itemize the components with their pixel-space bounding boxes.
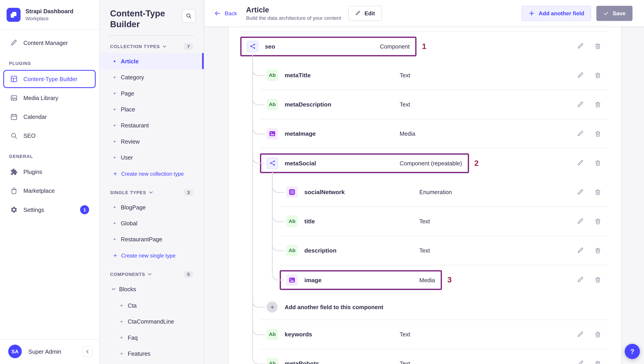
gear-icon bbox=[10, 206, 18, 214]
media-field-icon bbox=[286, 274, 298, 286]
sidebar-item-content-manager[interactable]: Content Manager bbox=[3, 34, 96, 52]
help-button[interactable]: ? bbox=[625, 344, 640, 359]
field-name: metaSocial bbox=[284, 160, 400, 166]
delete-field-button[interactable] bbox=[594, 43, 601, 50]
edit-field-button[interactable] bbox=[577, 331, 584, 338]
edit-field-button[interactable] bbox=[577, 360, 584, 364]
edit-field-button[interactable] bbox=[577, 101, 584, 108]
component-features[interactable]: Features bbox=[100, 345, 204, 361]
field-name: keywords bbox=[284, 331, 400, 337]
collection-type-review[interactable]: Review bbox=[100, 133, 204, 149]
sidebar-item-calendar[interactable]: Calendar bbox=[3, 108, 96, 126]
delete-field-button[interactable] bbox=[594, 130, 601, 137]
collection-type-page[interactable]: Page bbox=[100, 85, 204, 101]
edit-button[interactable]: Edit bbox=[348, 6, 382, 21]
bullet-icon bbox=[114, 92, 115, 94]
field-type: Text bbox=[400, 101, 410, 108]
sidebar-item-label: Content Manager bbox=[23, 40, 68, 46]
collection-types-section-toggle[interactable]: COLLECTION TYPES 7 bbox=[100, 36, 204, 53]
collection-type-user[interactable]: User bbox=[100, 149, 204, 165]
field-row-socialnetwork: socialNetwork Enumeration bbox=[229, 178, 621, 207]
settings-notification-badge: 1 bbox=[80, 205, 89, 214]
layout-icon bbox=[10, 75, 18, 83]
bullet-icon bbox=[114, 76, 115, 78]
component-icon bbox=[266, 157, 278, 169]
collection-type-restaurant[interactable]: Restaurant bbox=[100, 117, 204, 133]
single-type-blogpage[interactable]: BlogPage bbox=[100, 199, 204, 215]
workspace-name: Workplace bbox=[25, 16, 74, 22]
components-group-blocks[interactable]: Blocks bbox=[100, 281, 204, 297]
delete-field-button[interactable] bbox=[594, 71, 601, 79]
check-icon bbox=[604, 11, 609, 16]
components-section-toggle[interactable]: COMPONENTS 5 bbox=[100, 264, 204, 281]
sidebar-item-settings[interactable]: Settings 1 bbox=[3, 201, 96, 219]
user-menu[interactable]: SA Super Admin bbox=[0, 340, 99, 364]
tree-line bbox=[252, 207, 253, 236]
tree-elbow bbox=[252, 349, 265, 364]
search-button[interactable] bbox=[182, 9, 196, 23]
field-name: metaTitle bbox=[284, 72, 400, 78]
collection-type-category[interactable]: Category bbox=[100, 69, 204, 85]
sidebar-item-content-type-builder[interactable]: Content-Type Builder bbox=[3, 70, 96, 88]
field-type: Text bbox=[400, 360, 410, 364]
save-button[interactable]: Save bbox=[597, 6, 632, 21]
delete-field-button[interactable] bbox=[594, 159, 601, 167]
text-field-icon: Ab bbox=[266, 358, 278, 364]
bullet-icon bbox=[121, 337, 122, 338]
sidebar-item-seo[interactable]: SEO bbox=[3, 127, 96, 145]
edit-field-button[interactable] bbox=[577, 71, 584, 79]
single-type-restaurantpage[interactable]: RestaurantPage bbox=[100, 231, 204, 247]
edit-field-button[interactable] bbox=[577, 276, 584, 284]
field-type: Component (repeatable) bbox=[400, 160, 462, 166]
annotation-number: 1 bbox=[422, 42, 426, 51]
component-ctacommandline[interactable]: CtaCommandLine bbox=[100, 313, 204, 329]
field-row-metaimage: metaImage Media bbox=[229, 119, 621, 148]
main-area: Back Article Build the data architecture… bbox=[204, 0, 644, 364]
collection-type-place[interactable]: Place bbox=[100, 101, 204, 117]
delete-field-button[interactable] bbox=[594, 331, 601, 338]
edit-field-button[interactable] bbox=[577, 188, 584, 196]
back-button[interactable]: Back bbox=[214, 10, 237, 17]
image-icon bbox=[10, 94, 18, 102]
tree-elbow bbox=[272, 236, 285, 251]
workspace-switcher[interactable]: Strapi Dashboard Workplace bbox=[0, 0, 99, 29]
pencil-icon bbox=[356, 11, 361, 16]
page-subtitle: Build the data architecture of your cont… bbox=[246, 15, 341, 21]
sidebar-item-label: Content-Type Builder bbox=[23, 76, 78, 82]
collection-type-article[interactable]: Article bbox=[100, 53, 204, 69]
edit-field-button[interactable] bbox=[577, 247, 584, 254]
create-collection-type-link[interactable]: Create new collection type bbox=[100, 165, 204, 182]
add-field-to-component-button[interactable]: Add another field to this component bbox=[260, 295, 610, 320]
component-cta[interactable]: Cta bbox=[100, 297, 204, 313]
create-single-type-link[interactable]: Create new single type bbox=[100, 247, 204, 264]
edit-field-button[interactable] bbox=[577, 130, 584, 137]
tree-line bbox=[252, 236, 253, 265]
single-types-count: 3 bbox=[184, 189, 193, 196]
component-faq[interactable]: Faq bbox=[100, 329, 204, 345]
delete-field-button[interactable] bbox=[594, 218, 601, 225]
single-type-global[interactable]: Global bbox=[100, 215, 204, 231]
delete-field-button[interactable] bbox=[594, 101, 601, 108]
sidebar-item-plugins[interactable]: Plugins bbox=[3, 163, 96, 181]
add-another-field-button[interactable]: Add another field bbox=[522, 6, 591, 21]
delete-field-button[interactable] bbox=[594, 188, 601, 196]
single-types-section-toggle[interactable]: SINGLE TYPES 3 bbox=[100, 182, 204, 199]
sidebar-item-label: Marketplace bbox=[23, 188, 55, 194]
tree-elbow bbox=[252, 61, 265, 76]
field-type: Component bbox=[380, 43, 410, 49]
bullet-icon bbox=[114, 222, 115, 224]
edit-field-button[interactable] bbox=[577, 159, 584, 167]
fields-list-panel: seo Component 1 A bbox=[204, 26, 644, 364]
delete-field-button[interactable] bbox=[594, 247, 601, 254]
sidebar-item-marketplace[interactable]: Marketplace bbox=[3, 182, 96, 200]
delete-field-button[interactable] bbox=[594, 276, 601, 284]
sidebar-item-label: Settings bbox=[23, 207, 44, 213]
edit-field-button[interactable] bbox=[577, 43, 584, 50]
page-title: Article bbox=[246, 6, 341, 14]
page-header: Back Article Build the data architecture… bbox=[204, 0, 644, 26]
edit-field-button[interactable] bbox=[577, 218, 584, 225]
collapse-sidebar-button[interactable] bbox=[82, 346, 92, 357]
delete-field-button[interactable] bbox=[594, 360, 601, 364]
sidebar-item-media-library[interactable]: Media Library bbox=[3, 89, 96, 107]
bag-icon bbox=[10, 187, 18, 195]
